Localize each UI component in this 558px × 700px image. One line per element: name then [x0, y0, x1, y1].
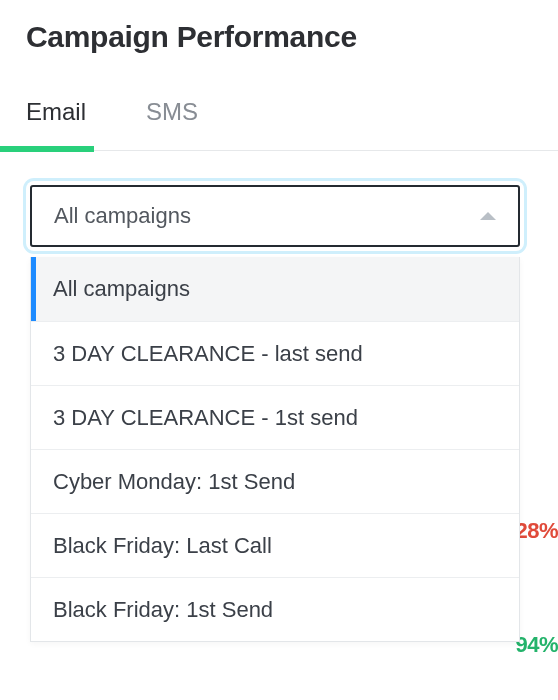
option-cyber-monday-first[interactable]: Cyber Monday: 1st Send [31, 449, 519, 513]
campaign-select-wrapper: All campaigns [26, 181, 524, 251]
tab-email[interactable]: Email [26, 100, 86, 150]
background-stat-red: 28% [515, 518, 558, 544]
channel-tabs: Email SMS [26, 100, 558, 151]
option-all-campaigns[interactable]: All campaigns [31, 257, 519, 321]
campaign-dropdown: All campaigns 3 DAY CLEARANCE - last sen… [30, 257, 520, 642]
campaign-select-value: All campaigns [54, 203, 191, 229]
chevron-up-icon [480, 212, 496, 220]
campaign-select[interactable]: All campaigns [30, 185, 520, 247]
option-3day-clearance-first[interactable]: 3 DAY CLEARANCE - 1st send [31, 385, 519, 449]
option-3day-clearance-last[interactable]: 3 DAY CLEARANCE - last send [31, 321, 519, 385]
option-black-friday-first[interactable]: Black Friday: 1st Send [31, 577, 519, 641]
background-stat-green: 94% [515, 632, 558, 658]
option-black-friday-last-call[interactable]: Black Friday: Last Call [31, 513, 519, 577]
tab-sms[interactable]: SMS [146, 100, 198, 150]
page-title: Campaign Performance [26, 20, 558, 54]
